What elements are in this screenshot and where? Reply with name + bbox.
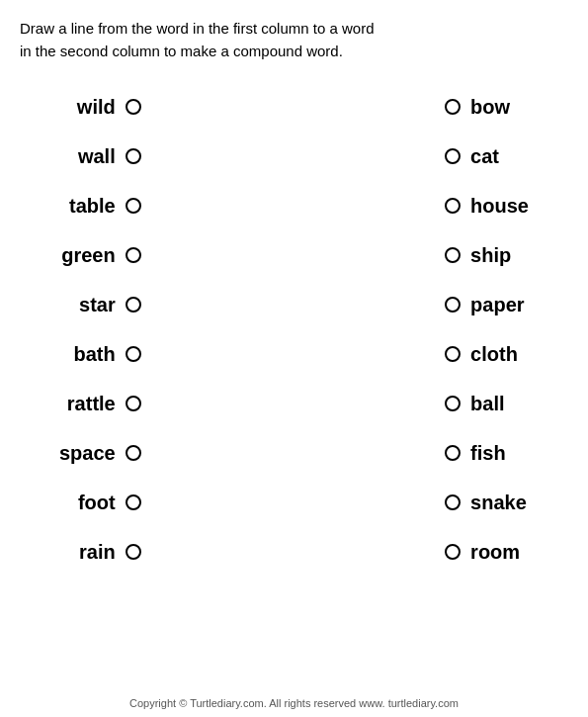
left-circle-2[interactable]: [126, 148, 141, 164]
right-circle-1[interactable]: [445, 99, 461, 115]
matching-area: wild wall table green star bath rattle: [0, 72, 588, 577]
instruction-line2: in the second column to make a compound …: [20, 43, 343, 59]
left-circle-4[interactable]: [126, 247, 141, 263]
right-row-9: snake: [445, 478, 527, 527]
left-word-1: wild: [77, 96, 116, 119]
right-row-8: fish: [445, 428, 506, 478]
left-word-9: foot: [78, 492, 116, 514]
right-word-10: room: [470, 541, 520, 564]
footer-text: Copyright © Turtlediary.com. All rights …: [0, 697, 588, 709]
right-word-5: paper: [470, 294, 524, 316]
right-row-10: room: [445, 527, 520, 577]
right-circle-4[interactable]: [445, 247, 461, 263]
right-word-2: cat: [470, 145, 499, 168]
right-row-2: cat: [445, 132, 499, 181]
right-word-3: house: [470, 195, 529, 218]
right-word-8: fish: [470, 442, 506, 465]
left-circle-7[interactable]: [126, 396, 141, 411]
left-row-8: space: [59, 428, 141, 478]
right-circle-3[interactable]: [445, 198, 461, 214]
left-circle-5[interactable]: [126, 297, 141, 313]
left-row-3: table: [69, 181, 141, 230]
left-row-1: wild: [77, 82, 141, 132]
right-row-7: ball: [445, 379, 504, 428]
left-column: wild wall table green star bath rattle: [59, 82, 141, 577]
right-row-6: cloth: [445, 329, 518, 379]
right-circle-10[interactable]: [445, 544, 461, 560]
right-circle-6[interactable]: [445, 346, 461, 362]
right-row-4: ship: [445, 230, 511, 280]
left-circle-10[interactable]: [126, 544, 141, 560]
instruction-line1: Draw a line from the word in the first c…: [20, 20, 374, 37]
right-circle-2[interactable]: [445, 148, 461, 164]
left-word-6: bath: [74, 343, 116, 366]
left-word-8: space: [59, 442, 116, 465]
left-row-10: rain: [79, 527, 141, 577]
left-circle-1[interactable]: [126, 99, 141, 115]
right-row-1: bow: [445, 82, 510, 132]
right-circle-5[interactable]: [445, 297, 461, 313]
right-circle-8[interactable]: [445, 445, 461, 461]
right-word-9: snake: [470, 492, 527, 514]
left-row-4: green: [61, 230, 140, 280]
left-circle-8[interactable]: [126, 445, 141, 461]
right-row-5: paper: [445, 280, 524, 329]
left-word-7: rattle: [67, 393, 116, 415]
left-word-2: wall: [78, 145, 116, 168]
left-circle-9[interactable]: [126, 494, 141, 510]
left-word-10: rain: [79, 541, 116, 564]
left-row-6: bath: [74, 329, 141, 379]
left-row-2: wall: [78, 132, 141, 181]
left-row-7: rattle: [67, 379, 141, 428]
left-circle-3[interactable]: [126, 198, 141, 214]
left-row-5: star: [79, 280, 141, 329]
right-circle-9[interactable]: [445, 494, 461, 510]
right-column: bow cat house ship paper cloth ball fis: [445, 82, 529, 577]
right-word-4: ship: [470, 244, 511, 267]
left-row-9: foot: [78, 478, 141, 527]
left-word-3: table: [69, 195, 116, 218]
right-row-3: house: [445, 181, 529, 230]
instruction-text: Draw a line from the word in the first c…: [0, 0, 588, 72]
right-word-7: ball: [470, 393, 504, 415]
left-word-5: star: [79, 294, 116, 316]
left-circle-6[interactable]: [126, 346, 141, 362]
right-word-1: bow: [470, 96, 510, 119]
right-circle-7[interactable]: [445, 396, 461, 411]
left-word-4: green: [61, 244, 115, 267]
right-word-6: cloth: [470, 343, 518, 366]
